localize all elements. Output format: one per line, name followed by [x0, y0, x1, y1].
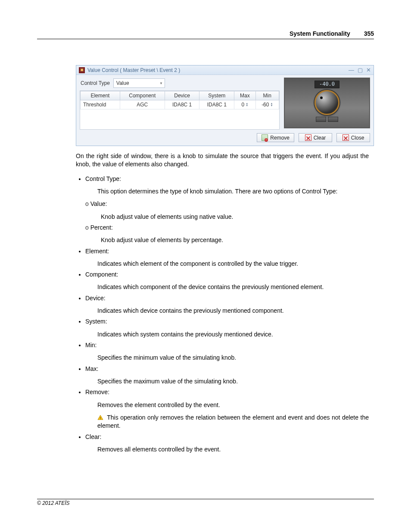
item-clear-title: Clear:: [85, 433, 101, 440]
control-type-dropdown[interactable]: Value ▼: [113, 78, 165, 88]
item-max-title: Max:: [85, 365, 98, 372]
col-system[interactable]: System: [199, 91, 234, 100]
cell-device: IDA8C 1: [165, 100, 199, 109]
intro-text: On the right side of window, there is a …: [76, 152, 369, 169]
close-label: Close: [351, 135, 364, 141]
item-device-desc: Indicates which device contains the prev…: [97, 307, 369, 315]
cell-element: Threshold: [81, 100, 120, 109]
control-type-value: Value: [116, 80, 129, 86]
elements-table: Element Component Device System Max Min: [80, 90, 280, 130]
document-body: On the right side of window, there is a …: [76, 152, 369, 454]
close-icon[interactable]: ✕: [366, 67, 371, 73]
item-component-title: Component:: [85, 271, 118, 278]
control-type-label: Control Type: [81, 80, 110, 86]
col-device[interactable]: Device: [165, 91, 199, 100]
minimize-icon[interactable]: —: [349, 67, 354, 73]
cell-component: AGC: [120, 100, 165, 109]
item-clear-desc: Removes all elements controlled by the e…: [97, 445, 369, 454]
col-component[interactable]: Component: [120, 91, 165, 100]
close-x-icon: [342, 134, 349, 141]
app-icon: ✖: [79, 67, 85, 73]
item-min-title: Min:: [85, 342, 97, 348]
item-element-desc: Indicates which element of the component…: [97, 260, 369, 268]
item-remove-title: Remove:: [85, 389, 109, 395]
remove-label: Remove: [270, 135, 290, 141]
item-device-title: Device:: [85, 295, 106, 302]
item-system-title: System:: [85, 318, 107, 325]
min-value: -60: [262, 102, 269, 108]
item-min-desc: Specifies the minimum value of the simul…: [97, 354, 369, 362]
spinner-icon[interactable]: ▲▼: [246, 103, 248, 107]
knob-decrement-button[interactable]: [316, 117, 326, 122]
item-component-desc: Indicates which component of the device …: [97, 283, 369, 291]
warning-icon: !: [97, 414, 103, 419]
max-value: 0: [242, 102, 245, 108]
page-number: 355: [364, 30, 374, 37]
table-row[interactable]: Threshold AGC IDA8C 1 IDA8C 1 0 ▲▼: [81, 100, 279, 109]
item-control-type-desc: This option determines the type of knob …: [97, 187, 369, 196]
col-min[interactable]: Min: [255, 91, 279, 100]
item-remove-desc: Removes the element controlled by the ev…: [97, 401, 369, 409]
page-footer: © 2012 ATEÏS: [37, 499, 374, 506]
percent-option-desc: Knob adjust value of elements by percent…: [101, 236, 369, 244]
close-button[interactable]: Close: [336, 133, 370, 142]
clear-label: Clear: [314, 135, 326, 141]
knob-increment-button[interactable]: [328, 117, 338, 122]
remove-button[interactable]: Remove: [257, 133, 294, 142]
item-max-desc: Specifies the maximum value of the simul…: [97, 377, 369, 386]
page-header: System Functionality 355: [37, 30, 374, 39]
col-max[interactable]: Max: [234, 91, 255, 100]
cell-min[interactable]: -60 ▲▼: [255, 100, 279, 109]
svg-text:!: !: [100, 416, 101, 420]
cell-system: IDA8C 1: [199, 100, 234, 109]
value-option-title: Value:: [90, 200, 107, 207]
knob-dial[interactable]: [314, 90, 339, 115]
clear-button[interactable]: Clear: [299, 133, 332, 142]
section-title: System Functionality: [290, 30, 350, 37]
spinner-icon[interactable]: ▲▼: [270, 103, 273, 107]
dialog-titlebar: ✖ Value Control ( Master Preset \ Event …: [76, 65, 374, 75]
percent-option-title: Percent:: [90, 224, 113, 231]
item-remove-warn: This operation only removes the relation…: [97, 414, 369, 429]
clear-icon: [305, 134, 311, 141]
item-control-type-title: Control Type:: [85, 175, 121, 182]
value-control-dialog: ✖ Value Control ( Master Preset \ Event …: [76, 65, 374, 146]
value-option-desc: Knob adjust value of elements using nati…: [101, 213, 369, 221]
col-element[interactable]: Element: [81, 91, 120, 100]
chevron-down-icon: ▼: [159, 81, 163, 85]
knob-value-display: -40.0: [314, 81, 339, 88]
item-system-desc: Indicates which system contains the prev…: [97, 330, 369, 339]
item-element-title: Element:: [85, 248, 109, 255]
maximize-icon[interactable]: ▢: [358, 67, 363, 73]
cell-max[interactable]: 0 ▲▼: [234, 100, 255, 109]
knob-panel: -40.0: [284, 78, 370, 128]
remove-icon: [262, 134, 268, 141]
dialog-title: Value Control ( Master Preset \ Event 2 …: [87, 67, 180, 73]
